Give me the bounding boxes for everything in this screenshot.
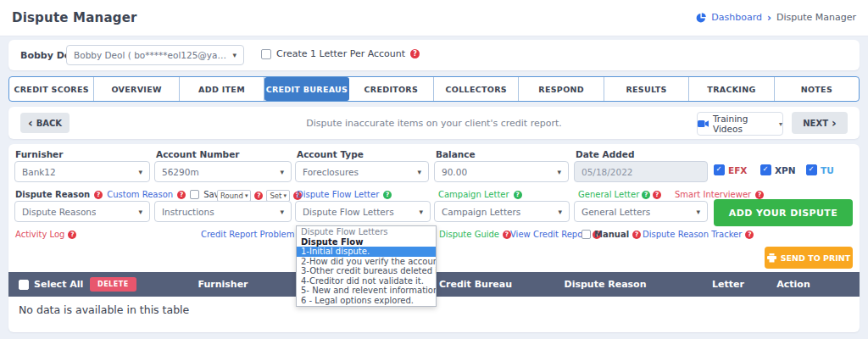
- efx-bureau-option: EFX: [714, 164, 747, 175]
- flow-dropdown-option[interactable]: 2-How did you verify the account.: [297, 257, 436, 267]
- help-icon[interactable]: [653, 191, 661, 199]
- create-letter-option: Create 1 Letter Per Account: [261, 48, 420, 59]
- help-icon[interactable]: [755, 191, 764, 199]
- send-to-print-button[interactable]: SEND TO PRINT: [765, 247, 853, 269]
- dispute-reasons-select[interactable]: Dispute Reasons: [14, 201, 150, 222]
- dispute-flow-letters-select[interactable]: Dispute Flow Letters: [295, 201, 431, 222]
- tab-overview[interactable]: OVERVIEW: [94, 77, 179, 101]
- flow-dropdown-option[interactable]: 3-Other credit bureaus deleted it.: [297, 266, 436, 276]
- client-select-value: Bobby Deol ( bo*****eol125@yahoo.com ): [74, 50, 227, 60]
- account-type-label: Account Type: [297, 149, 364, 159]
- delete-button[interactable]: DELETE: [90, 277, 136, 292]
- topbar: Dispute Manager Dashboard › Dispute Mana…: [0, 0, 868, 36]
- tu-label: TU: [821, 165, 834, 175]
- tab-respond[interactable]: RESPOND: [519, 77, 604, 101]
- manual-group: Manual: [581, 230, 641, 239]
- add-dispute-button[interactable]: ADD YOUR DISPUTE: [714, 199, 853, 226]
- dashboard-icon: [696, 13, 706, 23]
- set-value: Set: [270, 192, 281, 200]
- help-icon-green[interactable]: [514, 191, 522, 199]
- flow-dropdown-option[interactable]: Dispute Flow Letters: [297, 227, 436, 237]
- furnisher-label: Furnisher: [15, 149, 63, 159]
- date-added-input[interactable]: 05/18/2022: [574, 161, 708, 182]
- general-letter-group: General Letter: [578, 190, 661, 199]
- account-type-value: Foreclosures: [303, 167, 359, 177]
- furnisher-select[interactable]: Bank12: [14, 161, 150, 182]
- campaign-letter-link[interactable]: Campaign Letter: [438, 190, 509, 199]
- account-number-select[interactable]: 56290m: [154, 161, 292, 182]
- create-letter-checkbox[interactable]: [261, 49, 271, 59]
- column-header-credit-bureau: Credit Bureau: [439, 279, 512, 290]
- instructions-select[interactable]: Instructions: [154, 201, 292, 222]
- client-card: Bobby Deol Bobby Deol ( bo*****eol125@ya…: [8, 40, 860, 70]
- activity-log-group: Activity Log: [15, 230, 76, 239]
- add-dispute-button-label: ADD YOUR DISPUTE: [729, 208, 837, 219]
- date-added-value: 05/18/2022: [581, 167, 633, 177]
- efx-checkbox[interactable]: [714, 164, 725, 175]
- smart-interviewer-group: Smart Interviewer: [675, 190, 764, 199]
- activity-log-link[interactable]: Activity Log: [15, 230, 64, 239]
- help-icon[interactable]: [632, 231, 641, 239]
- campaign-letter-group: Campaign Letter: [438, 190, 522, 199]
- select-all-label: Select All: [34, 279, 83, 290]
- chevron-right-icon: ›: [767, 14, 771, 22]
- dispute-guide-link[interactable]: Dispute Guide: [439, 230, 499, 239]
- general-letter-link[interactable]: General Letter: [578, 190, 639, 199]
- next-button-label: NEXT: [803, 119, 828, 128]
- help-icon[interactable]: [254, 192, 263, 200]
- breadcrumb-current: Dispute Manager: [776, 12, 856, 23]
- flow-dropdown-option[interactable]: 5- New and relevent information.: [297, 286, 436, 296]
- set-select[interactable]: Set: [266, 190, 289, 202]
- reason-tracker-group: Dispute Reason Tracker: [643, 230, 754, 239]
- tab-collectors[interactable]: COLLECTORS: [434, 77, 519, 101]
- tab-results[interactable]: RESULTS: [604, 77, 689, 101]
- xpn-bureau-option: XPN: [760, 164, 796, 175]
- dispute-reason-label: Dispute Reason: [15, 190, 90, 199]
- flow-dropdown-option-selected[interactable]: 1-Initial dispute.: [297, 247, 436, 257]
- campaign-letters-select[interactable]: Campaign Letters: [434, 201, 570, 222]
- training-videos-dropdown[interactable]: Training Videos ▾: [697, 112, 783, 136]
- help-icon[interactable]: [745, 231, 754, 239]
- next-button[interactable]: NEXT: [792, 112, 848, 134]
- select-all-checkbox[interactable]: [19, 280, 29, 290]
- help-icon-green[interactable]: [642, 191, 650, 199]
- breadcrumb-dashboard-link[interactable]: Dashboard: [711, 12, 762, 23]
- manual-label: Manual: [594, 230, 629, 239]
- account-type-select[interactable]: Foreclosures: [295, 161, 429, 182]
- flow-dropdown-option[interactable]: 6 - Legal options explored.: [297, 296, 436, 306]
- tab-credit-bureaus[interactable]: CREDIT BUREAUS: [264, 77, 348, 101]
- balance-value: 90.00: [442, 167, 467, 177]
- general-letters-select[interactable]: General Letters: [574, 201, 708, 222]
- manual-checkbox[interactable]: [581, 230, 591, 239]
- efx-label: EFX: [728, 165, 747, 175]
- flow-dropdown-group-label: Dispute Flow: [297, 237, 436, 247]
- tab-credit-scores[interactable]: CREDIT SCORES: [9, 77, 94, 101]
- campaign-letters-value: Campaign Letters: [442, 207, 520, 217]
- flow-dropdown-option[interactable]: 4-Creditor did not validate it.: [297, 276, 436, 286]
- help-icon-green[interactable]: [383, 191, 392, 199]
- instructions-value: Instructions: [162, 207, 214, 217]
- round-value: Round: [220, 192, 243, 200]
- reason-tracker-link[interactable]: Dispute Reason Tracker: [643, 230, 742, 239]
- tab-notes[interactable]: NOTES: [775, 77, 859, 101]
- help-icon[interactable]: [94, 191, 103, 199]
- dispute-flow-letter-link[interactable]: Dispute Flow Letter: [297, 190, 379, 199]
- balance-select[interactable]: 90.00: [434, 161, 569, 182]
- xpn-checkbox[interactable]: [760, 164, 771, 175]
- help-icon[interactable]: [410, 49, 420, 58]
- custom-reason-link[interactable]: Custom Reason: [107, 190, 173, 199]
- dispute-reason-label-group: Dispute Reason Custom Reason Save: [15, 190, 237, 199]
- client-select[interactable]: Bobby Deol ( bo*****eol125@yahoo.com ): [66, 45, 244, 65]
- help-icon[interactable]: [177, 191, 186, 199]
- tu-checkbox[interactable]: [806, 164, 817, 175]
- help-icon[interactable]: [68, 231, 76, 239]
- view-credit-report-link[interactable]: View Credit Report: [510, 230, 589, 239]
- smart-interviewer-link[interactable]: Smart Interviewer: [675, 190, 751, 199]
- save-checkbox[interactable]: [190, 190, 199, 199]
- tab-creditors[interactable]: CREDITORS: [349, 77, 434, 101]
- general-letters-value: General Letters: [581, 207, 650, 217]
- round-select[interactable]: Round: [217, 190, 251, 202]
- tab-tracking[interactable]: TRACKING: [689, 77, 774, 101]
- tab-add-item[interactable]: ADD ITEM: [180, 77, 264, 101]
- send-to-print-label: SEND TO PRINT: [781, 253, 851, 263]
